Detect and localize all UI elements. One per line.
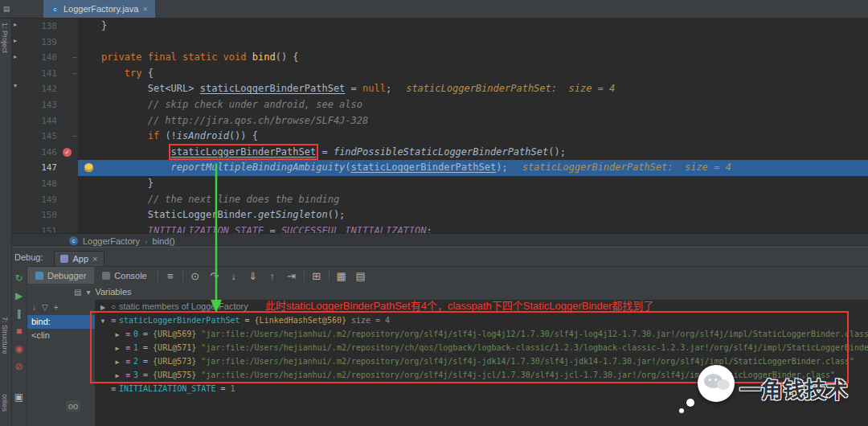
code-line[interactable]: 139 <box>11 35 868 51</box>
code-text[interactable]: try { <box>78 66 868 82</box>
code-line[interactable]: 143 // skip check under android, see als… <box>11 97 868 113</box>
breadcrumb-member[interactable]: bind() <box>153 236 175 246</box>
code-token: findPossibleStaticLoggerBinderPathSet <box>334 146 548 158</box>
collapse-arrow-icon[interactable]: ▼ <box>98 314 108 328</box>
evaluate-expression-icon[interactable]: ⊞ <box>307 270 326 282</box>
variable-row-root[interactable]: ▼≡staticLoggerBinderPathSet = {LinkedHas… <box>95 313 868 327</box>
code-lines: 138 }139140− private final static void b… <box>11 18 868 233</box>
coverage-icon[interactable]: ▦ <box>332 270 351 282</box>
equals-sign: = <box>240 316 255 325</box>
filter-icon[interactable]: ▽ <box>42 303 48 312</box>
code-text[interactable]: // skip check under android, see also <box>78 97 868 113</box>
code-text[interactable]: // the next line does the binding <box>78 192 868 208</box>
code-line[interactable]: 147 reportMultipleBindingAmbiguity(stati… <box>11 160 868 176</box>
toolbar-separator <box>158 270 158 281</box>
expand-arrow-icon[interactable]: ▶ <box>113 342 122 355</box>
code-text[interactable]: } <box>78 176 868 192</box>
code-text[interactable]: INITIALIZATION_STATE = SUCCESSFUL_INITIA… <box>78 223 868 233</box>
code-line[interactable]: 138 } <box>11 18 868 35</box>
code-line[interactable]: 151 INITIALIZATION_STATE = SUCCESSFUL_IN… <box>11 223 868 233</box>
debug-session-tab[interactable]: App × <box>54 251 104 267</box>
chevron-down-icon[interactable]: ▾ <box>86 288 90 297</box>
snapshot-camera-icon[interactable]: ▣ <box>14 392 23 402</box>
code-token: SUCCESSFUL_INITIALIZATION <box>281 225 427 233</box>
step-out-icon[interactable]: ↑ <box>263 270 282 282</box>
breadcrumb: c LoggerFactory › bind() <box>11 233 868 248</box>
fold-marker-icon[interactable]: − <box>71 50 78 66</box>
resume-icon[interactable]: ▶ <box>15 291 23 301</box>
tab-debugger[interactable]: Debugger <box>27 267 94 285</box>
view-breakpoints-icon[interactable]: ◉ <box>14 344 23 354</box>
code-token: (); <box>328 209 346 220</box>
editor-tab[interactable]: c LoggerFactory.java × <box>43 0 155 18</box>
threads-icon[interactable]: ↓ <box>32 303 36 312</box>
expand-arrow-icon[interactable]: ▶ <box>98 301 108 314</box>
code-line[interactable]: 146✓ staticLoggerBinderPathSet = findPos… <box>11 145 868 161</box>
breakpoint-icon[interactable]: ✓ <box>63 148 72 157</box>
variable-value: "jar:file:/Users/hejianhui/.m2/repositor… <box>196 330 868 338</box>
breadcrumb-separator: › <box>145 236 148 246</box>
code-text[interactable]: reportMultipleBindingAmbiguity(staticLog… <box>78 160 868 176</box>
frame-row[interactable]: <clin <box>27 329 95 342</box>
gutter-chevron-icon[interactable]: ▾ <box>14 83 17 89</box>
step-over-icon[interactable]: ↷ <box>205 270 224 282</box>
stripe-favorites-button[interactable]: orites <box>1 394 9 412</box>
code-token <box>78 225 148 233</box>
fold-marker-icon[interactable]: − <box>71 66 78 82</box>
code-line[interactable]: 148 } <box>11 176 868 192</box>
layout-settings-icon[interactable]: ▤ <box>351 270 371 282</box>
code-text[interactable]: StaticLoggerBinder.getSingleton(); <box>78 207 868 223</box>
code-line[interactable]: 140− private final static void bind() { <box>11 50 868 66</box>
tool-window-menu-icon[interactable]: ▤ <box>0 0 13 18</box>
step-into-icon[interactable]: ↓ <box>224 270 244 282</box>
code-line[interactable]: 150 StaticLoggerBinder.getSingleton(); <box>11 207 868 223</box>
code-text[interactable]: if (!isAndroid()) { <box>78 129 868 145</box>
code-text[interactable]: staticLoggerBinderPathSet = findPossible… <box>78 145 868 161</box>
variable-row[interactable]: ▶≡1 = {URL@571} "jar:file:/Users/hejianh… <box>95 341 868 354</box>
fold-marker-icon[interactable]: − <box>71 129 78 145</box>
breadcrumb-file[interactable]: LoggerFactory <box>83 236 140 246</box>
expand-arrow-icon[interactable]: ▶ <box>113 328 122 342</box>
code-text[interactable]: private final static void bind() { <box>78 50 868 66</box>
code-line[interactable]: 144 // http://jira.qos.ch/browse/SLF4J-3… <box>11 113 868 129</box>
code-line[interactable]: 141− try { <box>11 66 868 82</box>
rerun-icon[interactable]: ↻ <box>14 273 23 283</box>
run-to-cursor-icon[interactable]: ⇥ <box>282 270 301 282</box>
gutter-chevron-icon[interactable]: ▸ <box>14 38 17 44</box>
code-text[interactable]: Set<URL> staticLoggerBinderPathSet = nul… <box>78 81 868 97</box>
tab-console[interactable]: Console <box>94 267 154 285</box>
add-watch-icon[interactable]: + <box>54 303 59 312</box>
session-tab-close-icon[interactable]: × <box>92 255 97 264</box>
variable-value: 1 <box>230 384 235 393</box>
expand-arrow-icon[interactable]: ▶ <box>113 355 122 369</box>
stripe-structure-button[interactable]: 7: Structure <box>1 317 9 354</box>
pause-icon[interactable]: ∥ <box>17 309 22 318</box>
code-line[interactable]: 145− if (!isAndroid()) { <box>11 129 868 145</box>
code-text[interactable]: // http://jira.qos.ch/browse/SLF4J-328 <box>78 113 868 129</box>
gutter-chevrons: ▸▸▸▾ <box>11 18 23 233</box>
code-text[interactable] <box>78 35 868 51</box>
equals-sign: = <box>215 384 230 393</box>
gutter-chevron-icon[interactable]: ▸ <box>14 54 17 60</box>
async-badge[interactable]: oo <box>66 400 80 412</box>
variable-row[interactable]: ▶≡0 = {URL@569} "jar:file:/Users/hejianh… <box>95 327 868 341</box>
mute-breakpoints-icon[interactable]: ⊘ <box>14 362 23 371</box>
tab-close-icon[interactable]: × <box>142 5 147 14</box>
restore-layout-icon[interactable]: ≡ <box>161 270 180 282</box>
code-token: ; <box>427 225 432 233</box>
equals-sign: = <box>138 343 153 352</box>
code-text[interactable]: } <box>78 18 868 35</box>
variable-ref: {URL@575} <box>153 371 196 379</box>
stripe-project-button[interactable]: 1: Project <box>1 23 9 53</box>
code-line[interactable]: 149 // the next line does the binding <box>11 192 868 208</box>
gutter-chevron-icon[interactable]: ▸ <box>14 22 17 28</box>
code-token: ); <box>496 162 507 173</box>
show-execution-point-icon[interactable]: ⊙ <box>186 270 205 282</box>
force-step-into-icon[interactable]: ⇓ <box>244 270 263 282</box>
expand-arrow-icon[interactable]: ▶ <box>113 369 122 383</box>
code-line[interactable]: 142 Set<URL> staticLoggerBinderPathSet =… <box>11 81 868 97</box>
tab-debugger-label: Debugger <box>47 271 86 281</box>
layout-icon[interactable]: ▤ <box>74 288 81 297</box>
frame-row[interactable]: bind: <box>27 315 95 329</box>
stop-icon[interactable]: ■ <box>16 326 22 336</box>
